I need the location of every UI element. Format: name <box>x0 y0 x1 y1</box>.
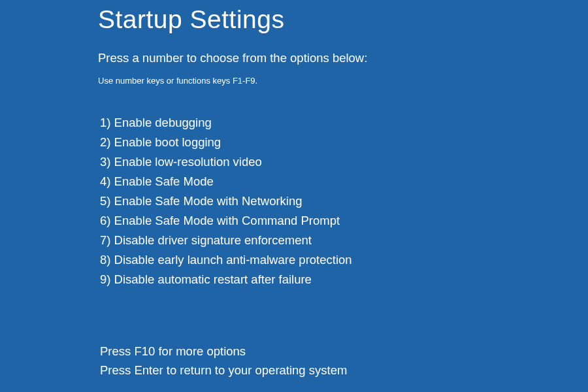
option-7[interactable]: 7) Disable driver signature enforcement <box>100 231 588 250</box>
option-5[interactable]: 5) Enable Safe Mode with Networking <box>100 191 588 211</box>
option-6[interactable]: 6) Enable Safe Mode with Command Prompt <box>100 211 588 231</box>
page-title: Startup Settings <box>98 5 588 34</box>
options-list: 1) Enable debugging 2) Enable boot loggi… <box>100 113 588 289</box>
footer-return: Press Enter to return to your operating … <box>100 361 588 380</box>
option-2[interactable]: 2) Enable boot logging <box>100 133 588 152</box>
instruction-text: Press a number to choose from the option… <box>98 51 588 65</box>
startup-settings-screen: Startup Settings Press a number to choos… <box>0 0 588 380</box>
option-4[interactable]: 4) Enable Safe Mode <box>100 172 588 191</box>
option-3[interactable]: 3) Enable low-resolution video <box>100 152 588 172</box>
option-9[interactable]: 9) Disable automatic restart after failu… <box>100 270 588 289</box>
hint-text: Use number keys or functions keys F1-F9. <box>98 76 588 86</box>
footer-more-options: Press F10 for more options <box>100 342 588 361</box>
option-8[interactable]: 8) Disable early launch anti-malware pro… <box>100 250 588 270</box>
option-1[interactable]: 1) Enable debugging <box>100 113 588 133</box>
